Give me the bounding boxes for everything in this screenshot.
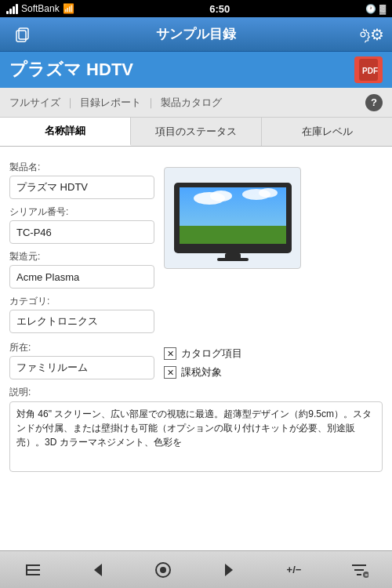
forward-button[interactable] — [212, 553, 246, 587]
svg-rect-1 — [19, 28, 28, 39]
battery-icon: ▓ — [379, 4, 386, 13]
pdf-icon: PDF — [359, 59, 378, 81]
back-button[interactable] — [81, 553, 115, 587]
checkbox-taxable: ✕ 課税対象 — [164, 365, 242, 379]
checkbox-catalog-box[interactable]: ✕ — [164, 347, 176, 360]
header-strip: プラズマ HDTV PDF — [0, 52, 392, 88]
product-name-input[interactable]: プラズマ HDTV — [9, 176, 154, 199]
svg-marker-19 — [94, 564, 102, 576]
add-remove-button[interactable]: +/− — [277, 553, 311, 587]
divider-2: ｜ — [146, 96, 156, 110]
checkbox-taxable-box[interactable]: ✕ — [164, 366, 176, 379]
filter-icon: ≡ — [350, 561, 368, 579]
status-bar-left: SoftBank 📶 — [6, 3, 74, 14]
description-label: 説明: — [9, 386, 383, 399]
svg-rect-23 — [352, 564, 366, 566]
tab-bar: 名称詳細 項目のステータス 在庫レベル — [0, 118, 392, 147]
manufacturer-input[interactable]: Acme Plasma — [9, 265, 154, 289]
catalog-report-button[interactable]: 目録レポート — [80, 96, 141, 110]
copy-button[interactable] — [8, 20, 36, 49]
description-text[interactable]: 対角 46" スクリーン、広い部屋での視聴に最適。超薄型デザイン（約9.5cm）… — [9, 401, 383, 472]
time-display: 6:50 — [209, 3, 230, 15]
svg-marker-22 — [225, 564, 233, 576]
list-icon — [24, 561, 42, 579]
serial-label: シリアル番号: — [9, 205, 154, 219]
svg-text:PDF: PDF — [362, 67, 378, 75]
home-button[interactable] — [146, 553, 180, 587]
svg-point-9 — [210, 191, 232, 201]
form-fields-col: 製品名: プラズマ HDTV シリアル番号: TC-P46 製造元: Acme … — [9, 154, 154, 333]
fullsize-button[interactable]: フルサイズ — [9, 96, 60, 110]
svg-point-2 — [361, 32, 365, 37]
home-icon — [154, 561, 172, 579]
checkbox-catalog: ✕ カタログ項目 — [164, 347, 242, 361]
svg-rect-18 — [26, 564, 27, 575]
svg-rect-24 — [354, 569, 364, 571]
svg-rect-14 — [217, 258, 249, 261]
category-label: カテゴリ: — [9, 295, 154, 308]
svg-rect-17 — [26, 574, 40, 575]
back-icon — [90, 562, 106, 578]
list-view-button[interactable] — [16, 553, 50, 587]
category-input[interactable]: エレクトロニクス — [9, 310, 154, 333]
location-input[interactable]: ファミリルーム — [9, 356, 154, 379]
status-bar: SoftBank 📶 6:50 🕐 ▓ — [0, 0, 392, 17]
nav-bar: サンプル目録 ⚙ — [0, 17, 392, 52]
location-label: 所在: — [9, 341, 154, 354]
serial-input[interactable]: TC-P46 — [9, 220, 154, 244]
product-name-label: 製品名: — [9, 161, 154, 174]
svg-rect-25 — [357, 574, 361, 575]
checkboxes-col: ✕ カタログ項目 ✕ 課税対象 — [164, 347, 242, 379]
pdf-button[interactable]: PDF — [354, 56, 383, 83]
tab-detail[interactable]: 名称詳細 — [0, 118, 131, 146]
copy-icon — [13, 26, 31, 43]
tab-status[interactable]: 項目のステータス — [131, 118, 262, 146]
carrier-label: SoftBank — [21, 3, 60, 14]
settings-button[interactable]: ⚙ — [356, 20, 384, 49]
signal-icon — [6, 4, 18, 14]
checkbox-taxable-label: 課税対象 — [181, 365, 222, 379]
status-bar-right: 🕐 ▓ — [365, 4, 386, 14]
svg-rect-16 — [26, 569, 40, 571]
svg-rect-12 — [180, 226, 286, 244]
tab-inventory[interactable]: 在庫レベル — [262, 118, 392, 146]
page-title: プラズマ HDTV — [9, 58, 133, 82]
svg-rect-15 — [26, 564, 40, 566]
svg-text:≡: ≡ — [365, 572, 368, 578]
product-image — [164, 167, 301, 269]
content-area: 製品名: プラズマ HDTV シリアル番号: TC-P46 製造元: Acme … — [0, 147, 392, 551]
clock-icon: 🕐 — [365, 4, 376, 14]
location-col: 所在: ファミリルーム — [9, 335, 154, 379]
forward-icon — [221, 562, 237, 578]
svg-point-21 — [160, 567, 166, 573]
svg-rect-0 — [16, 31, 26, 42]
wifi-icon: 📶 — [63, 3, 74, 14]
help-button[interactable]: ? — [365, 94, 383, 111]
gear-icon — [356, 26, 370, 43]
divider-1: ｜ — [65, 96, 75, 110]
tv-illustration — [170, 175, 296, 261]
checkbox-catalog-label: カタログ項目 — [181, 347, 242, 361]
manufacturer-label: 製造元: — [9, 250, 154, 263]
product-catalog-button[interactable]: 製品カタログ — [161, 96, 222, 110]
filter-button[interactable]: ≡ — [342, 553, 376, 587]
nav-title: サンプル目録 — [36, 25, 356, 43]
action-toolbar: フルサイズ ｜ 目録レポート ｜ 製品カタログ ? — [0, 88, 392, 118]
bottom-toolbar: +/− ≡ — [0, 550, 392, 588]
gear-symbol: ⚙ — [370, 25, 384, 44]
form-main-row: 製品名: プラズマ HDTV シリアル番号: TC-P46 製造元: Acme … — [9, 154, 383, 333]
location-row: 所在: ファミリルーム ✕ カタログ項目 ✕ 課税対象 — [9, 335, 383, 379]
svg-point-11 — [259, 188, 278, 198]
